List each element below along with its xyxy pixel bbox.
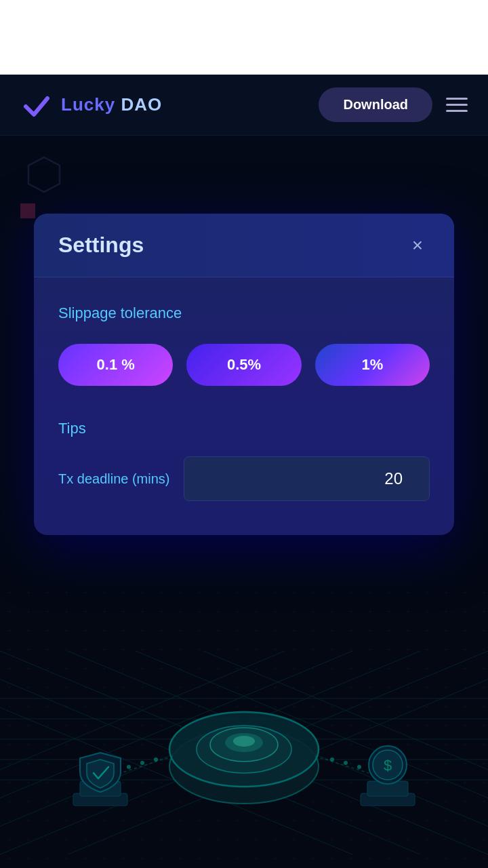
modal-title: Settings bbox=[58, 233, 144, 258]
modal-overlay: Settings × Slippage tolerance 0.1 % 0.5%… bbox=[0, 136, 488, 868]
slippage-section-label: Slippage tolerance bbox=[58, 304, 430, 322]
tips-section: Tips Tx deadline (mins) bbox=[58, 420, 430, 501]
background-area: Settings bbox=[0, 136, 488, 868]
slippage-01-button[interactable]: 0.1 % bbox=[58, 344, 173, 386]
tx-deadline-label: Tx deadline (mins) bbox=[58, 471, 170, 487]
hamburger-line-2 bbox=[446, 104, 468, 106]
settings-modal: Settings × Slippage tolerance 0.1 % 0.5%… bbox=[34, 214, 454, 535]
download-button[interactable]: Download bbox=[319, 87, 432, 122]
slippage-options: 0.1 % 0.5% 1% bbox=[58, 344, 430, 386]
browser-chrome bbox=[0, 0, 488, 75]
tx-deadline-row: Tx deadline (mins) bbox=[58, 456, 430, 501]
slippage-1-button[interactable]: 1% bbox=[315, 344, 430, 386]
header-right: Download bbox=[319, 87, 468, 122]
hamburger-line-3 bbox=[446, 110, 468, 112]
tips-label: Tips bbox=[58, 420, 430, 437]
modal-body: Slippage tolerance 0.1 % 0.5% 1% Tips Tx… bbox=[34, 277, 454, 535]
hamburger-line-1 bbox=[446, 98, 468, 100]
modal-header: Settings × bbox=[34, 214, 454, 277]
logo-text: Lucky DAO bbox=[61, 94, 162, 115]
hamburger-menu-button[interactable] bbox=[446, 98, 468, 112]
logo-area: Lucky DAO bbox=[20, 89, 162, 121]
logo-icon bbox=[20, 89, 53, 121]
modal-close-button[interactable]: × bbox=[405, 233, 430, 258]
slippage-05-button[interactable]: 0.5% bbox=[186, 344, 301, 386]
site-header: Lucky DAO Download bbox=[0, 75, 488, 136]
tx-deadline-input[interactable] bbox=[184, 456, 430, 501]
